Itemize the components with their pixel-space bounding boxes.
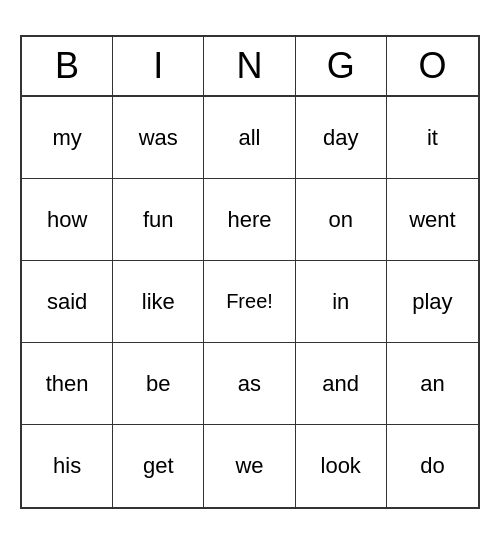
bingo-header: BINGO bbox=[22, 37, 478, 97]
header-letter-o: O bbox=[387, 37, 478, 95]
cell-r4-c0: his bbox=[22, 425, 113, 507]
cell-r4-c3: look bbox=[296, 425, 387, 507]
cell-r4-c2: we bbox=[204, 425, 295, 507]
cell-r0-c0: my bbox=[22, 97, 113, 179]
cell-r2-c2: Free! bbox=[204, 261, 295, 343]
cell-r3-c3: and bbox=[296, 343, 387, 425]
cell-r2-c0: said bbox=[22, 261, 113, 343]
cell-r3-c1: be bbox=[113, 343, 204, 425]
cell-r1-c2: here bbox=[204, 179, 295, 261]
cell-r1-c4: went bbox=[387, 179, 478, 261]
header-letter-n: N bbox=[204, 37, 295, 95]
header-letter-g: G bbox=[296, 37, 387, 95]
cell-r1-c1: fun bbox=[113, 179, 204, 261]
cell-r3-c2: as bbox=[204, 343, 295, 425]
cell-r0-c1: was bbox=[113, 97, 204, 179]
bingo-card: BINGO mywasalldayithowfunhereonwentsaidl… bbox=[20, 35, 480, 509]
bingo-grid: mywasalldayithowfunhereonwentsaidlikeFre… bbox=[22, 97, 478, 507]
cell-r2-c3: in bbox=[296, 261, 387, 343]
cell-r4-c4: do bbox=[387, 425, 478, 507]
cell-r2-c4: play bbox=[387, 261, 478, 343]
cell-r4-c1: get bbox=[113, 425, 204, 507]
cell-r3-c0: then bbox=[22, 343, 113, 425]
cell-r2-c1: like bbox=[113, 261, 204, 343]
header-letter-i: I bbox=[113, 37, 204, 95]
cell-r3-c4: an bbox=[387, 343, 478, 425]
cell-r0-c2: all bbox=[204, 97, 295, 179]
header-letter-b: B bbox=[22, 37, 113, 95]
cell-r0-c3: day bbox=[296, 97, 387, 179]
cell-r1-c0: how bbox=[22, 179, 113, 261]
cell-r0-c4: it bbox=[387, 97, 478, 179]
cell-r1-c3: on bbox=[296, 179, 387, 261]
